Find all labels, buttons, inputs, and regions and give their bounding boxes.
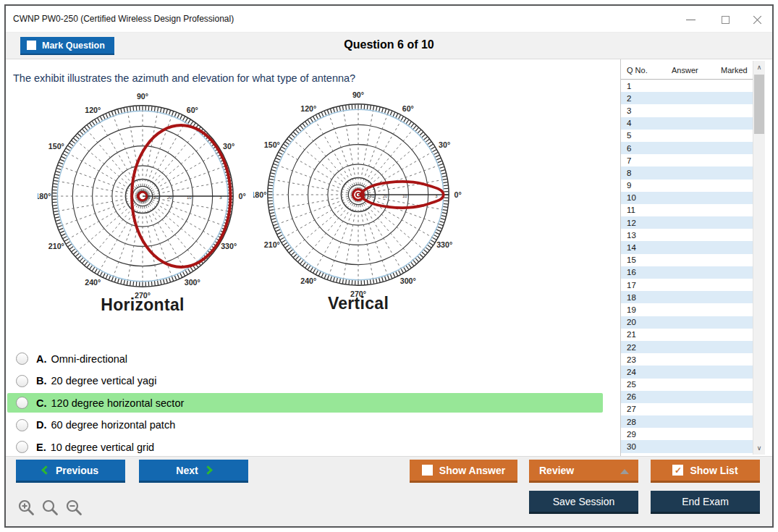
mark-question-button[interactable]: Mark Question [20,37,114,55]
svg-text:60°: 60° [187,106,198,114]
question-list-row-30[interactable]: 30 [621,440,753,452]
svg-text:60°: 60° [402,104,414,113]
question-list-row-27[interactable]: 27 [621,403,753,415]
question-number: 4 [627,119,631,127]
show-answer-checkbox[interactable] [422,465,433,476]
question-list-row-13[interactable]: 13 [621,229,753,241]
zoom-reset-button[interactable] [41,499,60,518]
question-list-row-24[interactable]: 24 [621,366,753,378]
option-text: 120 degree horizontal sector [51,397,185,409]
question-list-scrollbar[interactable]: ∧ ∨ [753,61,765,455]
question-list-row-17[interactable]: 17 [621,279,753,291]
question-list-row-29[interactable]: 29 [621,428,753,440]
question-list-row-25[interactable]: 25 [621,379,753,391]
mark-question-checkbox[interactable] [27,41,36,50]
radio-button[interactable] [16,419,28,431]
question-number: 25 [627,380,636,389]
question-number: 12 [627,219,636,227]
question-list-row-2[interactable]: 2 [621,92,753,104]
question-list-row-5[interactable]: 5 [621,130,753,142]
end-exam-label: End Exam [682,496,729,507]
question-list-row-12[interactable]: 12 [621,216,753,229]
svg-text:180°: 180° [253,190,266,199]
question-list-row-14[interactable]: 14 [621,241,753,253]
previous-button[interactable]: Previous [16,460,125,483]
question-list-row-10[interactable]: 10 [621,192,753,204]
question-list-row-11[interactable]: 11 [621,204,753,216]
show-list-button[interactable]: ✓ Show List [651,460,760,483]
horizontal-polar-chart: 0°30°60°90°120°150°180°210°240°270°300°3… [38,91,248,301]
previous-label: Previous [56,465,98,476]
close-button[interactable] [745,12,769,28]
svg-text:20: 20 [383,194,388,198]
scroll-down-icon[interactable]: ∨ [753,442,765,454]
question-list-row-15[interactable]: 15 [621,254,753,266]
minimize-button[interactable] [678,12,703,28]
question-list-row-19[interactable]: 19 [621,303,753,316]
save-session-button[interactable]: Save Session [529,491,638,514]
scrollbar-thumb[interactable] [754,75,764,134]
radio-button[interactable] [16,441,28,453]
question-list-row-9[interactable]: 9 [621,180,753,192]
maximize-button[interactable] [713,12,737,28]
radio-button[interactable] [16,375,28,387]
svg-text:300°: 300° [185,278,200,287]
bottom-toolbar: Previous Next Show Answer Review ✓ Show … [6,456,772,526]
question-list-row-1[interactable]: 1 [621,80,753,92]
next-button[interactable]: Next [139,460,248,483]
end-exam-button[interactable]: End Exam [651,491,760,514]
svg-text:300°: 300° [400,276,416,285]
scroll-up-icon[interactable]: ∧ [753,62,765,73]
svg-text:240°: 240° [85,278,101,287]
question-number: 1 [627,82,631,90]
svg-text:30°: 30° [223,142,234,151]
window-title: CWNP PW0-250 (Certified Wireless Design … [13,14,234,24]
option-text: 10 degree vertical grid [51,442,154,453]
answer-option-b[interactable]: B.20 degree vertical yagi [7,371,603,391]
svg-text:330°: 330° [436,240,452,249]
review-dropdown-button[interactable]: Review [529,460,638,483]
option-text: 20 degree vertical yagi [51,375,157,387]
answer-option-e[interactable]: E.10 degree vertical grid [7,437,603,456]
show-answer-button[interactable]: Show Answer [410,460,517,483]
question-list-row-4[interactable]: 4 [621,117,753,130]
question-list-row-6[interactable]: 6 [621,142,753,154]
show-list-checkbox[interactable]: ✓ [672,465,683,476]
question-number: 23 [627,355,636,364]
question-list-row-23[interactable]: 23 [621,353,753,366]
show-answer-label: Show Answer [439,465,505,476]
zoom-in-button[interactable] [17,499,36,518]
question-list-row-20[interactable]: 20 [621,316,753,329]
answer-option-a[interactable]: A.Omni-directional [7,349,603,368]
question-number: 19 [627,305,636,314]
option-text: 60 degree horizontal patch [51,419,176,431]
svg-text:180°: 180° [38,192,51,200]
svg-text:210°: 210° [48,242,64,250]
option-letter: B. [36,375,47,387]
question-list-row-16[interactable]: 16 [621,266,753,279]
svg-text:120°: 120° [300,104,316,113]
question-list-row-28[interactable]: 28 [621,415,753,428]
column-header-answer: Answer [672,66,698,75]
question-number: 16 [627,268,636,276]
question-list-row-8[interactable]: 8 [621,166,753,179]
question-number: 5 [627,131,631,140]
radio-button[interactable] [16,397,28,409]
question-list-row-26[interactable]: 26 [621,391,753,403]
question-list-row-22[interactable]: 22 [621,341,753,353]
answer-option-c[interactable]: C.120 degree horizontal sector [7,393,603,413]
question-list-panel: Q No. Answer Marked 12345678910111213141… [620,59,765,456]
zoom-out-button[interactable] [65,499,84,518]
answer-option-d[interactable]: D.60 degree horizontal patch [7,415,603,435]
question-list-row-7[interactable]: 7 [621,154,753,166]
question-list-row-18[interactable]: 18 [621,291,753,303]
question-number: 8 [627,169,631,177]
column-header-qno: Q No. [627,66,648,75]
radio-button[interactable] [16,352,28,365]
exhibit-horizontal-pattern: 0°30°60°90°120°150°180°210°240°270°300°3… [38,91,248,315]
question-number: 18 [627,293,636,302]
column-header-marked: Marked [721,66,748,75]
question-list-row-3[interactable]: 3 [621,104,753,117]
question-list-row-21[interactable]: 21 [621,329,753,341]
question-number: 6 [627,144,631,153]
